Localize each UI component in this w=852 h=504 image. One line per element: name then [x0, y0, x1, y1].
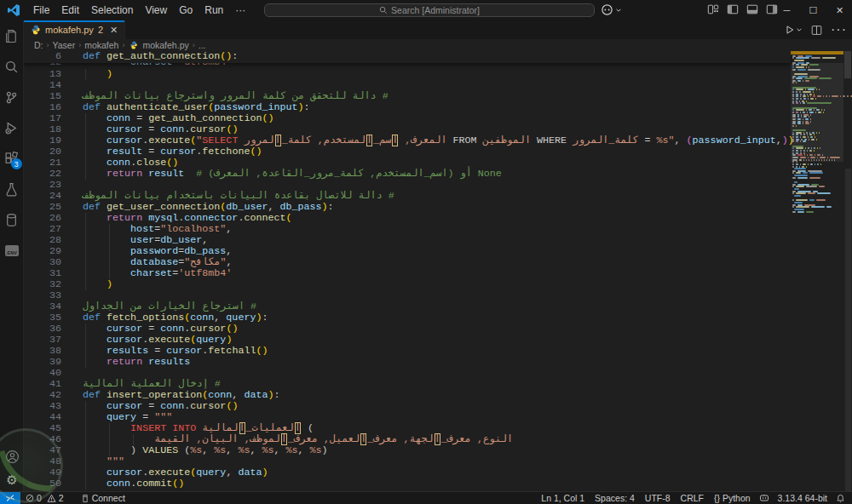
- code-line[interactable]: 31 charset='utf8mb4': [24, 268, 791, 279]
- status-language[interactable]: {} Python: [709, 492, 756, 504]
- code-line-content: return results: [83, 357, 190, 368]
- menu-[interactable]: ···: [229, 2, 251, 19]
- connect-button[interactable]: Connect: [76, 492, 130, 504]
- menu-selection[interactable]: Selection: [85, 2, 139, 19]
- copilot-menu[interactable]: [601, 3, 622, 16]
- code-token: get_user_connection: [106, 201, 220, 213]
- code-line[interactable]: 6def get_auth_connection():: [24, 51, 791, 62]
- split-editor-icon[interactable]: [811, 25, 822, 36]
- customize-layout-icon[interactable]: [707, 3, 719, 15]
- status-encoding[interactable]: UTF-8: [640, 492, 676, 504]
- problems-indicator[interactable]: 0 2: [20, 492, 69, 504]
- more-actions-icon[interactable]: ···: [831, 22, 847, 37]
- code-token: =: [130, 112, 148, 124]
- minimize-button[interactable]: ─: [774, 0, 800, 20]
- breadcrumb-item[interactable]: ...: [199, 40, 206, 50]
- code-token: ,: [776, 135, 782, 146]
- toggle-primary-sidebar-icon[interactable]: [727, 3, 739, 15]
- status-python-version[interactable]: 3.13.4 64-bit: [773, 492, 832, 504]
- testing-icon[interactable]: [0, 174, 24, 204]
- code-token: %s: [310, 444, 322, 456]
- menu-view[interactable]: View: [139, 2, 173, 19]
- extensions-icon[interactable]: 3: [0, 143, 24, 174]
- close-button[interactable]: ✕: [826, 0, 852, 20]
- code-token: [83, 135, 106, 146]
- maximize-button[interactable]: ☐: [800, 0, 826, 20]
- code-token: الموظفين: [477, 135, 537, 146]
- code-line[interactable]: 50 conn.commit(): [24, 478, 791, 490]
- code-token: cursor: [190, 123, 226, 135]
- breadcrumb-separator: ›: [46, 41, 50, 49]
- warning-count: 2: [59, 493, 64, 503]
- status-indentation[interactable]: Spaces: 4: [590, 492, 640, 504]
- tab-close-icon[interactable]: ✕: [110, 25, 118, 36]
- code-token: "localhost": [160, 223, 226, 235]
- code-line[interactable]: 22 return result # (اسم_المستخدم, كلمة_م…: [24, 169, 791, 180]
- indent-guide: [85, 69, 86, 80]
- code-token: [83, 411, 106, 423]
- menu-file[interactable]: File: [27, 2, 55, 19]
- code-line-content: return result # (اسم_المستخدم, كلمة_مرور…: [83, 169, 502, 180]
- code-token: mysql: [148, 212, 178, 224]
- menu-edit[interactable]: Edit: [55, 2, 85, 19]
- code-token: =: [142, 123, 160, 135]
- run-debug-icon[interactable]: [0, 112, 24, 143]
- code-token: insert_operation: [106, 389, 202, 401]
- code-token: [83, 278, 106, 290]
- status-eol[interactable]: CRLF: [676, 492, 709, 504]
- code-token: db_user: [160, 234, 202, 246]
- run-python-file-icon[interactable]: [785, 25, 795, 35]
- code-editor[interactable]: 6def get_auth_connection():12 charset='u…: [24, 51, 852, 491]
- tab-mokafeh[interactable]: mokafeh.py 2 ✕: [24, 20, 125, 39]
- code-token: cursor: [166, 345, 202, 357]
- minimap[interactable]: [791, 51, 843, 491]
- code-token: لمستخدم, كلمة_: [282, 135, 366, 146]
- code-token: data: [244, 389, 268, 401]
- run-dropdown-icon[interactable]: [796, 26, 803, 33]
- code-token: ا: [366, 135, 372, 146]
- code-token: (): [226, 400, 238, 412]
- accounts-icon[interactable]: [5, 450, 20, 464]
- error-count: 0: [37, 493, 42, 503]
- code-token: # (اسم_المستخدم, كلمة_مرور_القاعدة, المع…: [184, 168, 502, 180]
- code-token: ,: [298, 444, 310, 456]
- menu-run[interactable]: Run: [199, 2, 229, 19]
- code-token: query: [196, 334, 226, 346]
- code-line[interactable]: 39 return results: [24, 357, 791, 368]
- code-token: ,: [226, 467, 238, 478]
- code-token: [83, 356, 106, 368]
- breadcrumb-item[interactable]: D:: [34, 40, 43, 50]
- remote-indicator[interactable]: [0, 492, 20, 504]
- code-line[interactable]: 47 ) VALUES (%s, %s, %s, %s, %s, %s): [24, 445, 791, 456]
- search-view-icon[interactable]: [0, 51, 24, 82]
- sticky-scroll-line[interactable]: 6def get_auth_connection():: [24, 51, 791, 63]
- code-token: charset: [130, 267, 172, 279]
- breadcrumb-item[interactable]: Yaser: [53, 40, 76, 50]
- breadcrumb-item[interactable]: mokafeh.py: [142, 40, 188, 50]
- tab-dup-count: 2: [98, 25, 103, 35]
- code-line[interactable]: 12 charset='utf8mb4': [24, 63, 791, 68]
- breadcrumb-item[interactable]: mokafeh: [84, 40, 118, 50]
- dotenv-icon[interactable]: .ENV: [0, 235, 24, 266]
- settings-gear-icon[interactable]: ⚙: [6, 472, 17, 488]
- code-token: fetchall: [208, 345, 256, 357]
- vertical-scrollbar[interactable]: [843, 51, 852, 491]
- code-token: :: [232, 51, 238, 62]
- notifications-bell-icon[interactable]: [836, 494, 845, 503]
- database-icon[interactable]: [0, 204, 24, 235]
- code-line[interactable]: 13 ): [24, 69, 791, 80]
- command-center-search[interactable]: Search [Administrator]: [264, 3, 595, 17]
- scrollbar-thumb[interactable]: [844, 51, 851, 78]
- code-token: query: [226, 312, 256, 324]
- status-line-col[interactable]: Ln 1, Col 1: [536, 492, 590, 504]
- source-control-icon[interactable]: [0, 82, 24, 112]
- code-token: FROM: [453, 135, 477, 146]
- toggle-panel-icon[interactable]: [746, 3, 758, 15]
- explorer-icon[interactable]: [0, 20, 24, 51]
- code-token: cursor: [106, 334, 142, 346]
- code-token: db_user: [226, 201, 268, 213]
- menu-go[interactable]: Go: [173, 2, 199, 19]
- copilot-status-icon[interactable]: [759, 493, 769, 503]
- code-line[interactable]: 32 ): [24, 279, 791, 290]
- code-token: def: [83, 312, 106, 324]
